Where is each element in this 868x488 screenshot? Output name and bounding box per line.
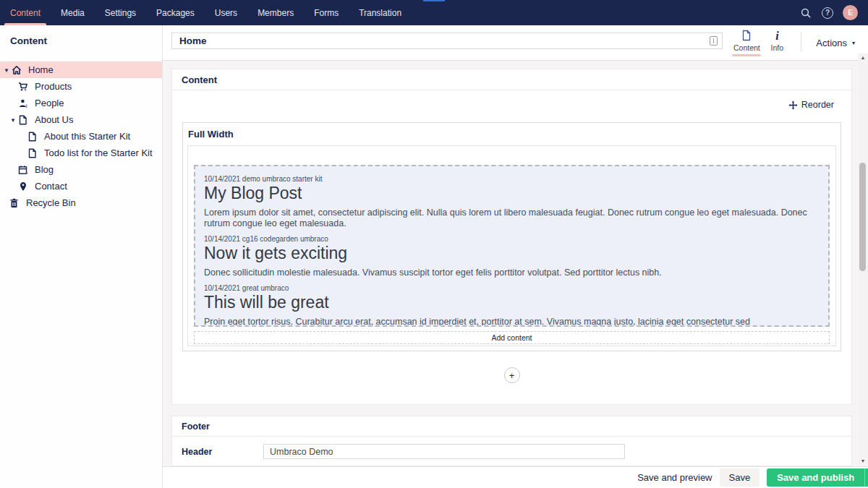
- publish-options-caret[interactable]: ▲: [864, 468, 868, 487]
- nav-item-translation[interactable]: Translation: [349, 0, 412, 25]
- chevron-down-icon[interactable]: ▾: [9, 116, 17, 124]
- map-pin-icon: [17, 181, 28, 192]
- chevron-down-icon[interactable]: ▾: [2, 67, 11, 74]
- vertical-scrollbar[interactable]: ▲ ▼: [858, 53, 868, 466]
- umbraco-backoffice: Content Media Settings Packages Users Me…: [0, 0, 868, 488]
- tree-item-todo-list[interactable]: Todo list for the Starter Kit: [0, 145, 162, 161]
- node-name-wrap: [171, 33, 723, 49]
- chevron-down-icon: ▾: [852, 40, 855, 46]
- tree-item-products[interactable]: Products: [0, 78, 162, 95]
- calendar-icon: [17, 164, 28, 175]
- tree-item-about-us[interactable]: ▾ About Us: [0, 111, 162, 128]
- group-body: Reorder Full Width 10/14/2021 demo umbra…: [172, 90, 851, 383]
- user-avatar[interactable]: E: [843, 5, 858, 20]
- name-field-icon[interactable]: [710, 36, 718, 46]
- content-tree: ▾ Home Products People ▾ About Us About …: [0, 61, 162, 211]
- editor-header: Content i Info Actions ▾: [163, 25, 868, 61]
- content-group-panel: Content Reorder Full Width 10/14/2021 de…: [171, 69, 852, 405]
- scroll-up-arrow[interactable]: ▲: [858, 55, 868, 60]
- header-field-input[interactable]: [263, 444, 625, 459]
- block-title: Full Width: [188, 129, 836, 140]
- nav-item-packages[interactable]: Packages: [146, 0, 205, 25]
- tree-item-people[interactable]: People: [0, 95, 162, 111]
- scroll-down-arrow[interactable]: ▼: [858, 458, 868, 463]
- sidebar-section-title: Content: [0, 25, 162, 46]
- blog-post-preview: 10/14/2021 great umbraco This will be gr…: [204, 284, 820, 327]
- move-icon: [788, 100, 798, 110]
- top-edge-artifact: [423, 0, 445, 1]
- document-icon: [17, 114, 28, 125]
- block-full-width[interactable]: Full Width 10/14/2021 demo umbraco start…: [182, 122, 841, 351]
- nav-item-members[interactable]: Members: [247, 0, 304, 25]
- save-and-preview-button[interactable]: Save and preview: [637, 472, 712, 483]
- group-header-footer: Footer: [172, 416, 851, 437]
- save-and-publish-button[interactable]: Save and publish ▲: [767, 468, 868, 487]
- tree-item-home[interactable]: ▾ Home: [0, 61, 162, 78]
- nav-item-forms[interactable]: Forms: [304, 0, 349, 25]
- footer-group-panel: Footer Header: [171, 416, 852, 466]
- person-icon: [17, 98, 28, 108]
- trash-icon: [9, 197, 20, 208]
- tree-item-recycle-bin[interactable]: Recycle Bin: [0, 194, 162, 211]
- info-icon: i: [775, 30, 778, 41]
- home-icon: [11, 64, 22, 75]
- top-nav-sections: Content Media Settings Packages Users Me…: [0, 0, 412, 25]
- add-block-button[interactable]: +: [504, 367, 520, 383]
- add-content-button[interactable]: Add content: [194, 331, 830, 344]
- blog-post-preview: 10/14/2021 cg16 codegarden umbraco Now i…: [204, 235, 820, 278]
- scrollbar-thumb[interactable]: [859, 163, 866, 271]
- tree-item-contact[interactable]: Contact: [0, 178, 162, 194]
- save-toolbar: Save and preview Save Save and publish ▲: [163, 466, 868, 488]
- header-field-label: Header: [182, 447, 263, 457]
- blog-post-preview: 10/14/2021 demo umbraco starter kit My B…: [204, 175, 820, 229]
- tree-item-blog[interactable]: Blog: [0, 161, 162, 178]
- node-name-input[interactable]: [171, 33, 723, 49]
- document-icon: [27, 131, 38, 142]
- nav-item-users[interactable]: Users: [205, 0, 247, 25]
- top-navigation: Content Media Settings Packages Users Me…: [0, 0, 868, 25]
- group-header-content: Content: [172, 69, 851, 90]
- document-icon: [741, 30, 752, 41]
- reorder-button[interactable]: Reorder: [788, 100, 834, 110]
- nav-item-settings[interactable]: Settings: [95, 0, 146, 25]
- tree-item-about-this-starter-kit[interactable]: About this Starter Kit: [0, 128, 162, 145]
- content-tree-sidebar: Content ▾ Home Products People ▾ About U…: [0, 25, 163, 488]
- tab-info[interactable]: i Info: [762, 25, 792, 60]
- save-button[interactable]: Save: [720, 468, 760, 487]
- tab-content[interactable]: Content: [731, 25, 762, 60]
- rich-text-block[interactable]: 10/14/2021 demo umbraco starter kit My B…: [194, 165, 830, 327]
- search-icon[interactable]: [799, 7, 812, 20]
- editor-tabs: Content i Info: [731, 25, 792, 60]
- block-inner-frame: 10/14/2021 demo umbraco starter kit My B…: [187, 145, 836, 346]
- active-tab-underline: [732, 54, 761, 56]
- active-nav-underline: [4, 23, 46, 25]
- nav-item-media[interactable]: Media: [51, 0, 95, 25]
- editor-workspace: Content Reorder Full Width 10/14/2021 de…: [163, 61, 868, 466]
- document-icon: [27, 147, 38, 158]
- header-field-row: Header: [172, 437, 851, 466]
- cart-icon: [17, 81, 28, 92]
- help-icon[interactable]: ?: [822, 7, 833, 19]
- top-nav-utilities: ? E: [799, 0, 868, 25]
- nav-item-content[interactable]: Content: [0, 0, 51, 25]
